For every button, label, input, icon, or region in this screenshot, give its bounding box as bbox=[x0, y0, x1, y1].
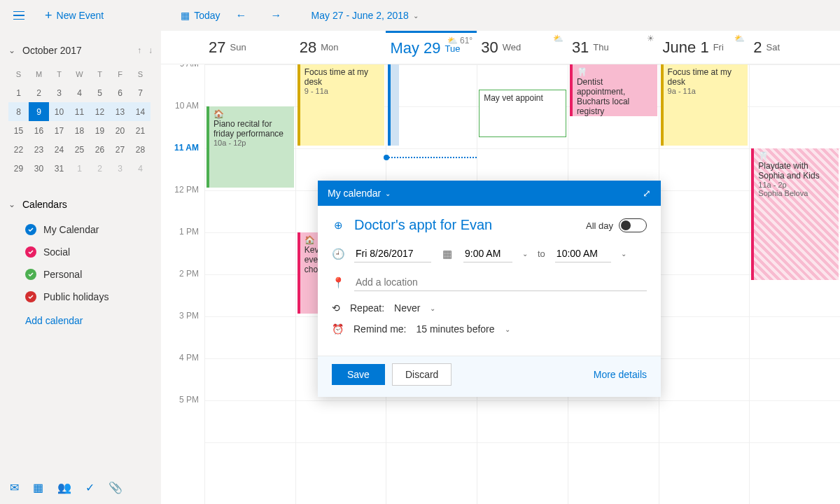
calendar-picker-icon[interactable]: ▦ bbox=[441, 248, 454, 260]
location-input[interactable] bbox=[354, 274, 647, 291]
mini-cal-day[interactable]: 15 bbox=[8, 121, 29, 140]
calendar-event[interactable]: Focus time at my desk9a - 11a bbox=[661, 64, 748, 146]
mini-cal-day[interactable]: 6 bbox=[110, 83, 130, 102]
discard-button[interactable]: Discard bbox=[392, 363, 451, 386]
mini-cal-day[interactable]: 16 bbox=[29, 121, 49, 140]
attach-icon[interactable]: 📎 bbox=[108, 481, 122, 494]
end-time-input[interactable] bbox=[555, 245, 611, 262]
date-range-picker[interactable]: May 27 - June 2, 2018 ⌄ bbox=[312, 10, 419, 21]
mini-cal-day[interactable]: 19 bbox=[90, 121, 110, 140]
weather-icon: ☀ bbox=[647, 34, 654, 43]
mini-cal-day[interactable]: 1 bbox=[8, 83, 29, 102]
today-button[interactable]: ▦ Today bbox=[181, 10, 220, 21]
calendar-event[interactable] bbox=[388, 64, 399, 146]
mini-cal-day[interactable]: 9 bbox=[29, 102, 49, 121]
mini-cal-day[interactable]: 3 bbox=[110, 159, 130, 178]
month-collapse[interactable]: ⌄ bbox=[8, 46, 15, 55]
mini-cal-day[interactable]: 23 bbox=[29, 140, 49, 159]
mini-cal-day[interactable]: 29 bbox=[8, 159, 29, 178]
mini-cal-day[interactable]: 17 bbox=[49, 121, 69, 140]
day-header[interactable]: 27 Sun bbox=[204, 31, 295, 64]
mail-icon[interactable]: ✉ bbox=[10, 481, 19, 494]
mini-cal-day[interactable]: 3 bbox=[49, 83, 69, 102]
mini-cal-day[interactable]: 30 bbox=[29, 159, 49, 178]
chevron-down-icon[interactable]: ⌄ bbox=[522, 250, 528, 258]
event-title-input[interactable] bbox=[354, 217, 576, 234]
mini-cal-day[interactable]: 4 bbox=[69, 83, 90, 102]
day-header[interactable]: 2 Sat bbox=[749, 31, 840, 64]
date-input[interactable] bbox=[354, 245, 431, 262]
next-week-button[interactable]: → bbox=[262, 9, 290, 22]
mini-cal-day[interactable]: 28 bbox=[130, 140, 150, 159]
mini-cal-day[interactable]: 7 bbox=[130, 83, 150, 102]
mini-cal-day[interactable]: 5 bbox=[90, 83, 110, 102]
chevron-down-icon[interactable]: ⌄ bbox=[621, 250, 626, 258]
weekday-header: M bbox=[29, 64, 49, 83]
calendar-icon[interactable]: ▦ bbox=[33, 481, 43, 494]
weekday-header: T bbox=[49, 64, 69, 83]
mini-cal-day[interactable]: 10 bbox=[49, 102, 69, 121]
hamburger-menu[interactable] bbox=[7, 4, 31, 27]
calendar-event[interactable]: May vet appoint bbox=[479, 90, 566, 137]
day-header[interactable]: June 1 Fri⛅ bbox=[659, 31, 750, 64]
more-details-link[interactable]: More details bbox=[594, 369, 647, 380]
calendar-event[interactable]: 🦷 Dentist appointment, Bucharts local re… bbox=[570, 64, 657, 116]
mini-cal-day[interactable]: 26 bbox=[90, 140, 110, 159]
next-month-button[interactable]: ↓ bbox=[148, 46, 153, 55]
mini-cal-day[interactable]: 31 bbox=[49, 159, 69, 178]
new-event-label: New Event bbox=[57, 10, 104, 21]
day-column[interactable]: 🏠 Piano recital for friday performance10… bbox=[204, 64, 295, 504]
mini-cal-day[interactable]: 22 bbox=[8, 140, 29, 159]
expand-icon[interactable]: ⤢ bbox=[643, 188, 651, 199]
day-header[interactable]: 30 Wed⛅ bbox=[477, 31, 568, 64]
popup-calendar-name[interactable]: My calendar bbox=[328, 188, 381, 199]
prev-week-button[interactable]: ← bbox=[227, 9, 255, 22]
tasks-icon[interactable]: ✓ bbox=[85, 481, 94, 494]
mini-cal-day[interactable]: 4 bbox=[130, 159, 150, 178]
day-column[interactable]: Focus time at my desk9a - 11a bbox=[659, 64, 750, 504]
time-label: 2 PM bbox=[161, 269, 204, 311]
calendar-item[interactable]: Public holidays bbox=[8, 286, 153, 308]
mini-cal-day[interactable]: 14 bbox=[130, 102, 150, 121]
day-column[interactable]: 🦷 Playdate with Sophia and Kids11a - 2pS… bbox=[749, 64, 840, 504]
calendar-event[interactable]: 🏠 Piano recital for friday performance10… bbox=[206, 106, 294, 188]
calendars-header[interactable]: ⌄ Calendars bbox=[8, 199, 153, 210]
mini-cal-day[interactable]: 13 bbox=[110, 102, 130, 121]
time-label: 5 PM bbox=[161, 395, 204, 437]
allday-toggle[interactable] bbox=[619, 218, 647, 232]
mini-cal-day[interactable]: 18 bbox=[69, 121, 90, 140]
people-icon[interactable]: 👥 bbox=[57, 481, 71, 494]
mini-cal-day[interactable]: 2 bbox=[29, 83, 49, 102]
mini-cal-day[interactable]: 25 bbox=[69, 140, 90, 159]
mini-cal-day[interactable]: 21 bbox=[130, 121, 150, 140]
calendar-item[interactable]: My Calendar bbox=[8, 218, 153, 241]
add-calendar-button[interactable]: Add calendar bbox=[8, 308, 153, 333]
day-header[interactable]: May 29 Tue⛅ 61° bbox=[386, 31, 477, 64]
day-header[interactable]: 28 Mon bbox=[295, 31, 386, 64]
day-header[interactable]: 31 Thu☀ bbox=[568, 31, 659, 64]
mini-cal-day[interactable]: 24 bbox=[49, 140, 69, 159]
mini-cal-day[interactable]: 1 bbox=[69, 159, 90, 178]
repeat-value[interactable]: Never bbox=[394, 302, 420, 314]
start-time-input[interactable] bbox=[463, 245, 512, 262]
calendar-today-icon: ▦ bbox=[181, 10, 190, 21]
calendar-event[interactable]: 🦷 Playdate with Sophia and Kids11a - 2pS… bbox=[751, 148, 839, 280]
save-button[interactable]: Save bbox=[332, 364, 385, 385]
mini-cal-day[interactable]: 20 bbox=[110, 121, 130, 140]
mini-cal-day[interactable]: 11 bbox=[69, 102, 90, 121]
prev-month-button[interactable]: ↑ bbox=[137, 46, 141, 55]
repeat-icon: ⟲ bbox=[332, 302, 340, 314]
chevron-down-icon: ⌄ bbox=[413, 12, 419, 20]
mini-cal-day[interactable]: 2 bbox=[90, 159, 110, 178]
mini-cal-day[interactable]: 27 bbox=[110, 140, 130, 159]
new-event-button[interactable]: + New Event bbox=[38, 4, 111, 27]
time-label: 12 PM bbox=[161, 185, 204, 227]
chevron-down-icon[interactable]: ⌄ bbox=[430, 304, 435, 312]
calendar-item[interactable]: Social bbox=[8, 241, 153, 263]
mini-cal-day[interactable]: 8 bbox=[8, 102, 29, 121]
calendar-item[interactable]: Personal bbox=[8, 263, 153, 286]
chevron-down-icon[interactable]: ⌄ bbox=[505, 326, 510, 333]
calendar-event[interactable]: Focus time at my desk9 - 11a bbox=[298, 64, 385, 146]
remind-value[interactable]: 15 minutes before bbox=[416, 323, 494, 335]
mini-cal-day[interactable]: 12 bbox=[90, 102, 110, 121]
